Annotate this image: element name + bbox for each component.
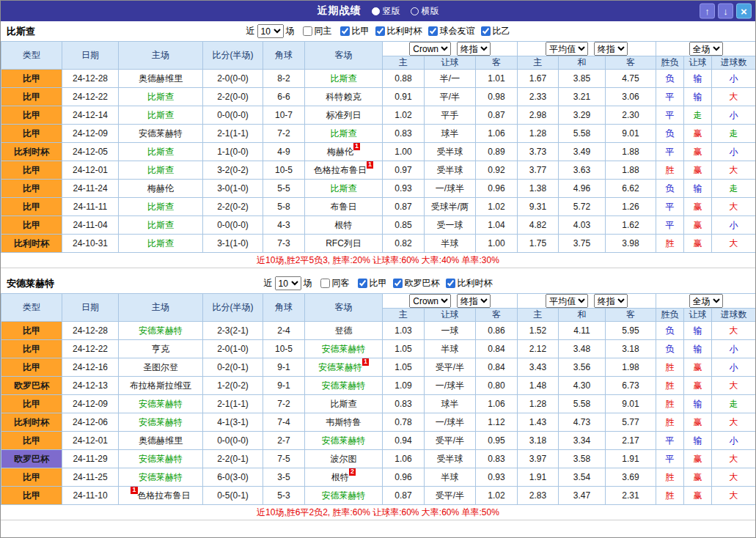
score-cell: 3-1(1-0) [203, 235, 263, 253]
table-row: 比甲 24-11-04 比斯查 0-0(0-0) 4-3 根特 0.85 受一球… [1, 216, 756, 235]
handicap-cell: 半/一 [425, 70, 476, 88]
league-checkbox[interactable] [375, 26, 385, 36]
col-header-date: 日期 [62, 42, 119, 70]
euro-home-odds-cell: 1.48 [518, 377, 559, 395]
league-label: 比利时杯 [458, 277, 493, 290]
venue-checkbox[interactable] [303, 26, 312, 36]
euro-odds-selects: 平均值 终指 [518, 42, 656, 56]
euro-odds-time-select[interactable]: 终指 [594, 294, 628, 308]
asia-away-odds-cell: 0.98 [476, 88, 518, 106]
bookmaker-select[interactable]: Crown [409, 42, 451, 56]
goals-result-cell: 小 [712, 70, 756, 88]
close-button[interactable]: × [736, 4, 752, 19]
league-checkbox[interactable] [340, 26, 350, 36]
league-filter[interactable]: 比甲 [358, 277, 387, 290]
away-team-cell: 波尔图 [305, 450, 383, 468]
result-cell: 负 [656, 322, 684, 340]
col-header-handicap: 让球 [425, 56, 476, 70]
league-filter[interactable]: 比利时杯 [375, 25, 422, 37]
euro-draw-odds-cell: 3.29 [559, 106, 606, 125]
euro-home-odds-cell: 1.52 [518, 322, 559, 340]
goals-result-cell: 大 [712, 198, 756, 216]
euro-draw-odds-cell: 3.49 [559, 143, 606, 161]
table-row: 比甲 24-12-22 比斯查 2-2(0-0) 6-6 科特赖克 0.91 平… [1, 88, 756, 106]
league-filter[interactable]: 球会友谊 [428, 25, 475, 37]
asia-odds-time-select[interactable]: 终指 [457, 42, 491, 56]
euro-draw-odds-cell: 3.21 [559, 88, 606, 106]
league-checkbox[interactable] [393, 279, 403, 288]
filter-controls: 近 10 场 同客 比甲欧罗巴杯比利时杯 [264, 276, 493, 290]
league-filter[interactable]: 比乙 [481, 25, 510, 37]
euro-odds-type-select[interactable]: 平均值 [546, 294, 588, 308]
recent-count-select[interactable]: 10 [257, 24, 284, 38]
away-team-cell: 比斯查 [305, 125, 383, 143]
match-date-cell: 24-12-01 [62, 161, 119, 180]
goals-result-cell: 大 [712, 88, 756, 106]
radio-vertical-icon[interactable] [372, 7, 380, 15]
match-type-cell: 比甲 [1, 358, 62, 377]
euro-draw-odds-cell: 4.30 [559, 377, 606, 395]
games-label: 场 [286, 25, 295, 37]
euro-away-odds-cell: 6.62 [606, 180, 656, 198]
table-row: 欧罗巴杯 24-11-29 安德莱赫特 2-2(0-1) 7-5 波尔图 1.0… [1, 450, 756, 468]
away-team-cell: 登德 [305, 322, 383, 340]
goals-result-cell: 小 [712, 143, 756, 161]
scope-select[interactable]: 全场 [689, 42, 723, 56]
home-team-cell: 1色格拉布鲁日 [119, 487, 203, 505]
score-cell: 0-0(0-0) [203, 432, 263, 450]
near-label: 近 [264, 277, 273, 290]
league-checkbox[interactable] [358, 279, 367, 288]
euro-away-odds-cell: 2.17 [606, 432, 656, 450]
corners-cell: 10-5 [263, 340, 305, 358]
away-team-cell: 安德莱赫特 [305, 432, 383, 450]
venue-filter[interactable]: 同客 [320, 277, 350, 290]
euro-home-odds-cell: 4.82 [518, 216, 559, 235]
league-checkbox[interactable] [446, 279, 455, 288]
corners-cell: 2-4 [263, 322, 305, 340]
layout-option-horizontal[interactable]: 横版 [411, 5, 439, 18]
layout-option-vertical[interactable]: 竖版 [372, 5, 400, 18]
euro-odds-time-select[interactable]: 终指 [594, 42, 628, 56]
league-checkbox[interactable] [481, 26, 491, 36]
league-label: 球会友谊 [440, 25, 475, 37]
handicap-result-cell: 输 [684, 70, 712, 88]
euro-away-odds-cell: 9.01 [606, 125, 656, 143]
league-filter[interactable]: 比利时杯 [446, 277, 493, 290]
result-cell: 胜 [656, 468, 684, 487]
layout-option-vertical-label: 竖版 [383, 5, 400, 18]
bookmaker-select[interactable]: Crown [409, 294, 451, 308]
euro-away-odds-cell: 1.88 [606, 161, 656, 180]
league-filter[interactable]: 比甲 [340, 25, 370, 37]
radio-horizontal-icon[interactable] [411, 7, 419, 15]
euro-draw-odds-cell: 3.48 [559, 340, 606, 358]
up-button[interactable]: ↑ [700, 4, 715, 19]
away-team-name: 波尔图 [331, 454, 357, 464]
col-header-home: 主场 [119, 42, 203, 70]
corners-cell: 5-5 [263, 180, 305, 198]
recent-count-select[interactable]: 10 [275, 276, 301, 290]
handicap-cell: 一/球半 [425, 413, 476, 432]
match-type-cell: 比甲 [1, 487, 62, 505]
table-row: 比甲 24-12-01 奥德赫维里 0-0(0-0) 2-7 安德莱赫特 0.9… [1, 432, 756, 450]
home-team-cell: 奥德赫维里 [119, 70, 203, 88]
handicap-result-cell: 赢 [684, 358, 712, 377]
asia-odds-time-select[interactable]: 终指 [457, 294, 491, 308]
euro-away-odds-cell: 1.98 [606, 358, 656, 377]
home-team-name: 比斯查 [147, 202, 174, 212]
filter-bar: 比斯查 近 10 场 同主 比甲比利时杯球会友谊比乙 [1, 21, 755, 41]
down-button[interactable]: ↓ [718, 4, 733, 19]
euro-odds-type-select[interactable]: 平均值 [546, 42, 588, 56]
league-checkbox[interactable] [428, 26, 438, 36]
venue-checkbox[interactable] [320, 279, 330, 288]
result-cell: 胜 [656, 487, 684, 505]
handicap-cell: 受球半/两 [425, 198, 476, 216]
corners-cell: 10-7 [263, 106, 305, 125]
match-type-cell: 欧罗巴杯 [1, 377, 62, 395]
league-filter[interactable]: 欧罗巴杯 [393, 277, 440, 290]
venue-filter[interactable]: 同主 [303, 25, 332, 37]
scope-select[interactable]: 全场 [689, 294, 723, 308]
handicap-cell: 一球 [425, 322, 476, 340]
table-row: 比甲 24-12-28 安德莱赫特 2-3(2-1) 2-4 登德 1.03 一… [1, 322, 756, 340]
euro-home-odds-cell: 3.73 [518, 143, 559, 161]
asia-away-odds-cell: 1.01 [476, 70, 518, 88]
